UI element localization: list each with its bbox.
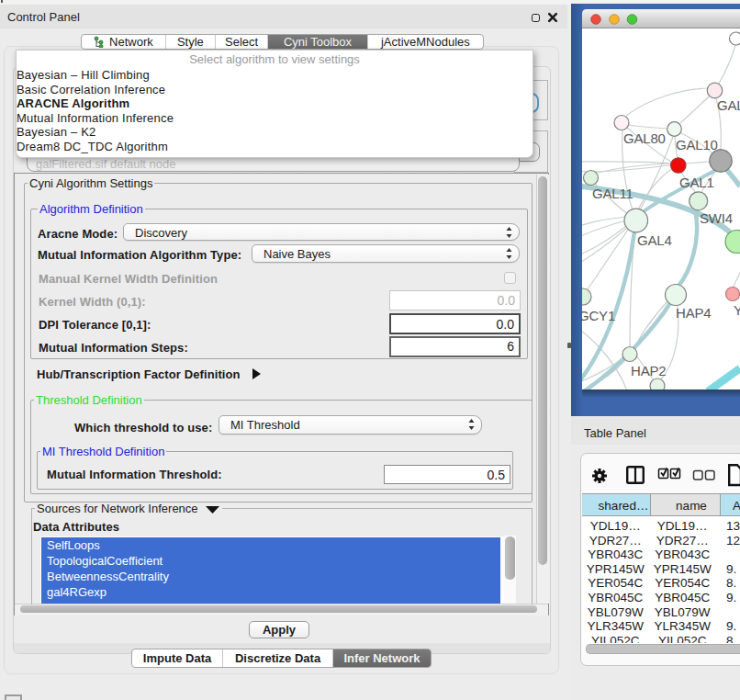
svg-text:GAL1: GAL1 bbox=[679, 175, 714, 190]
svg-text:Y: Y bbox=[734, 302, 740, 318]
svg-text:SWI4: SWI4 bbox=[700, 210, 733, 226]
svg-text:GCY1: GCY1 bbox=[578, 308, 615, 323]
svg-text:HAP2: HAP2 bbox=[631, 363, 666, 378]
svg-text:GAL11: GAL11 bbox=[592, 186, 633, 201]
svg-text:GAL80: GAL80 bbox=[623, 130, 666, 146]
svg-text:GAL10: GAL10 bbox=[676, 137, 718, 152]
svg-text:GAL4: GAL4 bbox=[637, 232, 672, 248]
svg-text:HAP4: HAP4 bbox=[676, 305, 711, 321]
svg-text:GAL8: GAL8 bbox=[717, 97, 740, 113]
